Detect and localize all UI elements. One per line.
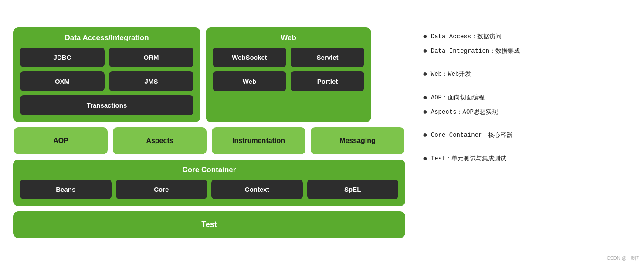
core-container-title: Core Container	[20, 166, 398, 174]
data-access-title: Data Access/Integration	[20, 34, 193, 42]
bullet-5: ●	[423, 107, 427, 117]
tile-spel: SpEL	[307, 180, 399, 199]
bullet-1: ●	[423, 32, 427, 42]
diagram-area: Data Access/Integration JDBC ORM OXM JMS…	[13, 27, 405, 238]
test-box: Test	[13, 211, 405, 238]
tile-messaging: Messaging	[311, 127, 404, 154]
watermark: CSDN @一咧7	[607, 255, 639, 262]
data-access-box: Data Access/Integration JDBC ORM OXM JMS…	[13, 27, 200, 122]
top-row: Data Access/Integration JDBC ORM OXM JMS…	[13, 27, 405, 122]
page-container: Data Access/Integration JDBC ORM OXM JMS…	[0, 19, 644, 247]
legend-text-3: Web：Web开发	[431, 69, 471, 79]
legend-item-data-integration: ● Data Integration：数据集成	[423, 46, 631, 56]
bullet-6: ●	[423, 130, 427, 140]
legend-text-2: Data Integration：数据集成	[431, 46, 520, 56]
tile-context: Context	[211, 180, 303, 199]
tile-web: Web	[213, 71, 286, 91]
legend-item-test: ● Test：单元测试与集成测试	[423, 154, 631, 164]
legend-area: ● Data Access：数据访问 ● Data Integration：数据…	[423, 27, 631, 164]
tile-orm: ORM	[109, 48, 193, 67]
legend-text-5: Aspects：AOP思想实现	[431, 107, 498, 117]
tile-servlet: Servlet	[291, 48, 364, 67]
tile-beans: Beans	[20, 180, 112, 199]
tile-websocket: WebSocket	[213, 48, 286, 67]
middle-row: AOP Aspects Instrumentation Messaging	[13, 127, 405, 154]
legend-item-data-access: ● Data Access：数据访问	[423, 32, 631, 42]
tile-aop: AOP	[14, 127, 108, 154]
bullet-7: ●	[423, 154, 427, 164]
legend-text-1: Data Access：数据访问	[431, 32, 502, 41]
tile-core: Core	[116, 180, 207, 199]
data-access-grid: JDBC ORM OXM JMS Transactions	[20, 48, 193, 115]
legend-text-6: Core Container：核心容器	[431, 130, 513, 140]
legend-item-aspects: ● Aspects：AOP思想实现	[423, 107, 631, 117]
tile-instrumentation: Instrumentation	[212, 127, 305, 154]
legend-item-core-container: ● Core Container：核心容器	[423, 130, 631, 140]
core-container-box: Core Container Beans Core Context SpEL	[13, 160, 405, 206]
tile-portlet: Portlet	[291, 71, 364, 91]
web-box: Web WebSocket Servlet Web Portlet	[206, 27, 371, 122]
bullet-4: ●	[423, 93, 427, 103]
legend-item-web: ● Web：Web开发	[423, 69, 631, 79]
core-grid: Beans Core Context SpEL	[20, 180, 398, 199]
legend-item-aop: ● AOP：面向切面编程	[423, 93, 631, 103]
web-grid: WebSocket Servlet Web Portlet	[213, 48, 364, 91]
bullet-3: ●	[423, 69, 427, 79]
legend-text-4: AOP：面向切面编程	[431, 93, 485, 102]
legend-text-7: Test：单元测试与集成测试	[431, 154, 507, 163]
web-title: Web	[213, 34, 364, 42]
bullet-2: ●	[423, 46, 427, 56]
tile-aspects: Aspects	[113, 127, 207, 154]
tile-transactions: Transactions	[20, 95, 193, 115]
test-title: Test	[22, 220, 397, 229]
tile-jms: JMS	[109, 71, 193, 91]
tile-oxm: OXM	[20, 71, 105, 91]
tile-jdbc: JDBC	[20, 48, 105, 67]
